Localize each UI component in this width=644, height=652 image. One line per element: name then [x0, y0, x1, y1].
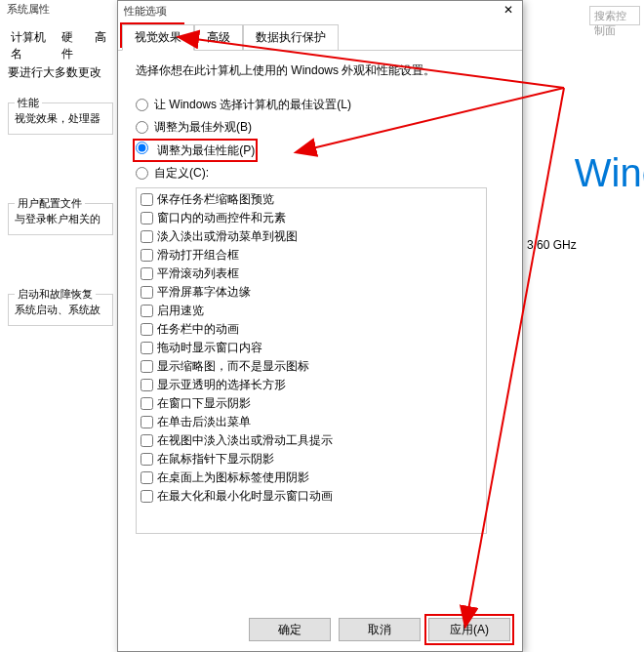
tab-dep[interactable]: 数据执行保护: [243, 24, 339, 50]
dialog-titlebar: 性能选项 ✕: [118, 1, 522, 20]
bg-window-title: 系统属性: [3, 0, 110, 18]
bg-group2-title: 用户配置文件: [15, 196, 85, 211]
list-item[interactable]: 显示亚透明的选择长方形: [139, 376, 484, 394]
dialog-title: 性能选项: [124, 4, 167, 19]
ok-button[interactable]: 确定: [249, 618, 331, 641]
visual-effects-checklist[interactable]: 保存任务栏缩略图预览 窗口内的动画控件和元素 淡入淡出或滑动菜单到视图 滑动打开…: [136, 187, 487, 534]
list-item[interactable]: 在桌面上为图标标签使用阴影: [139, 469, 484, 487]
checkbox[interactable]: [141, 267, 153, 280]
checkbox[interactable]: [141, 490, 153, 503]
dialog-buttons: 确定 取消 应用(A): [249, 618, 510, 641]
list-item[interactable]: 显示缩略图，而不是显示图标: [139, 357, 484, 376]
dialog-description: 选择你想在此计算机上使用的 Windows 外观和性能设置。: [136, 62, 504, 79]
list-item[interactable]: 滑动打开组合框: [139, 246, 484, 265]
search-input[interactable]: 搜索控制面: [589, 6, 640, 25]
radio-custom[interactable]: 自定义(C):: [136, 165, 504, 182]
checkbox[interactable]: [141, 397, 153, 410]
list-item[interactable]: 在窗口下显示阴影: [139, 394, 484, 413]
bg-group1-text: 视觉效果，处理器: [15, 111, 106, 126]
checkbox[interactable]: [141, 453, 153, 466]
checkbox[interactable]: [141, 323, 153, 336]
background-right-panel: 搜索控制面: [527, 0, 644, 652]
checkbox[interactable]: [141, 212, 153, 224]
checkbox[interactable]: [141, 471, 153, 484]
checkbox[interactable]: [141, 305, 153, 317]
radio-input-appearance[interactable]: [136, 121, 148, 134]
background-left-panel: 系统属性 计算机名 硬件 高 要进行大多数更改 性能 视觉效果，处理器 用户配置…: [0, 0, 117, 652]
checkbox[interactable]: [141, 342, 153, 354]
radio-let-windows-choose[interactable]: 让 Windows 选择计算机的最佳设置(L): [136, 97, 504, 113]
dialog-content: 选择你想在此计算机上使用的 Windows 外观和性能设置。 让 Windows…: [118, 51, 522, 546]
list-item[interactable]: 在鼠标指针下显示阴影: [139, 450, 484, 469]
radio-input-let-windows[interactable]: [136, 99, 148, 111]
radio-label-performance: 调整为最佳性能(P): [157, 143, 255, 157]
bg-group2-text: 与登录帐户相关的: [15, 212, 106, 226]
list-item[interactable]: 任务栏中的动画: [139, 320, 484, 339]
checkbox[interactable]: [141, 286, 153, 299]
list-item[interactable]: 在视图中淡入淡出或滑动工具提示: [139, 431, 484, 450]
tab-visual-effects[interactable]: 视觉效果: [122, 24, 194, 51]
list-item[interactable]: 窗口内的动画控件和元素: [139, 209, 484, 227]
performance-options-dialog: 性能选项 ✕ 视觉效果 高级 数据执行保护 选择你想在此计算机上使用的 Wind…: [117, 0, 523, 652]
checkbox[interactable]: [141, 434, 153, 447]
radio-label-custom: 自定义(C):: [154, 165, 209, 182]
list-item[interactable]: 在最大化和最小化时显示窗口动画: [139, 487, 484, 506]
radio-best-performance[interactable]: 调整为最佳性能(P): [136, 142, 504, 159]
bg-group3-title: 启动和故障恢复: [15, 287, 96, 302]
checkbox[interactable]: [141, 193, 153, 206]
close-icon[interactable]: ✕: [499, 1, 518, 19]
list-item[interactable]: 启用速览: [139, 302, 484, 320]
list-item[interactable]: 平滑屏幕字体边缘: [139, 283, 484, 302]
radio-label-let-windows: 让 Windows 选择计算机的最佳设置(L): [154, 97, 351, 113]
bg-line1: 要进行大多数更改: [8, 64, 113, 81]
dialog-tabstrip: 视觉效果 高级 数据执行保护: [118, 24, 522, 51]
checkbox[interactable]: [141, 379, 153, 391]
checkbox[interactable]: [141, 249, 153, 262]
tab-advanced[interactable]: 高级: [194, 24, 243, 50]
radio-label-appearance: 调整为最佳外观(B): [154, 119, 252, 136]
windows-brand-text: Wind: [575, 151, 644, 195]
checkbox[interactable]: [141, 360, 153, 373]
list-item[interactable]: 保存任务栏缩略图预览: [139, 190, 484, 209]
list-item[interactable]: 拖动时显示窗口内容: [139, 339, 484, 357]
radio-input-custom[interactable]: [136, 167, 148, 180]
radio-best-appearance[interactable]: 调整为最佳外观(B): [136, 119, 504, 136]
ghz-value: 3.60 GHz: [527, 238, 577, 252]
checkbox[interactable]: [141, 230, 153, 243]
bg-group3-text: 系统启动、系统故: [15, 303, 106, 317]
apply-button[interactable]: 应用(A): [428, 618, 510, 641]
radio-input-performance[interactable]: [136, 142, 148, 154]
checkbox[interactable]: [141, 416, 153, 428]
bg-group1-title: 性能: [15, 96, 42, 110]
cancel-button[interactable]: 取消: [339, 618, 421, 641]
list-item[interactable]: 平滑滚动列表框: [139, 265, 484, 283]
list-item[interactable]: 在单击后淡出菜单: [139, 413, 484, 431]
list-item[interactable]: 淡入淡出或滑动菜单到视图: [139, 227, 484, 246]
